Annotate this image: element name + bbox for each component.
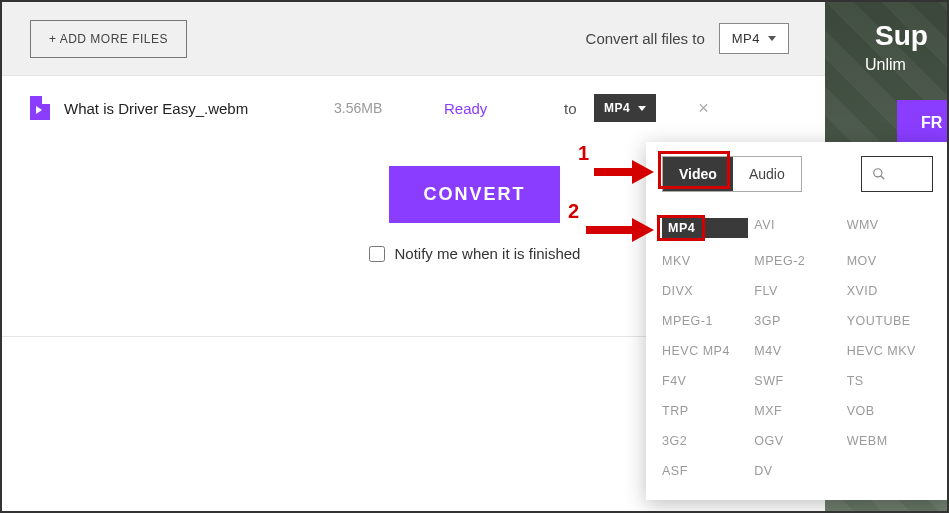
format-option[interactable]: MOV [847,254,933,268]
promo-title: Sup [825,20,947,52]
notify-label: Notify me when it is finished [395,245,581,262]
promo-button[interactable]: FR [897,100,947,146]
convert-button[interactable]: CONVERT [389,166,559,223]
annotation-arrow-1 [594,160,654,184]
format-option[interactable]: SWF [754,374,840,388]
format-option[interactable]: FLV [754,284,840,298]
format-type-tabs: Video Audio [662,156,802,192]
tab-video[interactable]: Video [663,157,733,191]
format-dropdown-panel: Video Audio MP4 AVI WMV MKV MPEG-2 MOV D… [646,142,949,500]
format-option[interactable]: TRP [662,404,748,418]
file-name: What is Driver Easy_.webm [64,100,334,117]
annotation-arrow-2 [586,218,656,242]
search-icon [872,167,886,181]
format-option[interactable]: OGV [754,434,840,448]
format-dropdown-header: Video Audio [662,156,933,192]
file-status: Ready [444,100,564,117]
svg-point-0 [874,169,882,177]
format-option[interactable]: DIVX [662,284,748,298]
format-option[interactable]: 3G2 [662,434,748,448]
svg-line-1 [881,176,885,180]
file-to-label: to [564,100,594,117]
top-toolbar: + ADD MORE FILES Convert all files to MP… [2,2,947,76]
promo-subtitle: Unlim [825,56,947,74]
format-option[interactable]: MPEG-2 [754,254,840,268]
format-search-input[interactable] [861,156,933,192]
convert-all-control: Convert all files to MP4 [586,23,789,54]
format-grid: MP4 AVI WMV MKV MPEG-2 MOV DIVX FLV XVID… [662,218,933,478]
remove-file-button[interactable]: × [698,98,709,119]
format-option[interactable]: MKV [662,254,748,268]
format-option[interactable]: M4V [754,344,840,358]
format-option[interactable]: HEVC MP4 [662,344,748,358]
format-option[interactable]: DV [754,464,840,478]
annotation-number-1: 1 [578,142,589,165]
format-option[interactable]: MXF [754,404,840,418]
format-option[interactable]: YOUTUBE [847,314,933,328]
format-option[interactable]: ASF [662,464,748,478]
chevron-down-icon [768,36,776,41]
format-option[interactable]: VOB [847,404,933,418]
convert-all-label: Convert all files to [586,30,705,47]
global-format-value: MP4 [732,31,760,46]
format-option[interactable]: F4V [662,374,748,388]
format-option-mp4[interactable]: MP4 [662,218,748,238]
file-row: What is Driver Easy_.webm 3.56MB Ready t… [2,76,947,140]
format-option[interactable]: WMV [847,218,933,238]
add-more-files-button[interactable]: + ADD MORE FILES [30,20,187,58]
tab-audio[interactable]: Audio [733,157,801,191]
notify-checkbox[interactable] [369,246,385,262]
file-format-select[interactable]: MP4 [594,94,656,122]
annotation-number-2: 2 [568,200,579,223]
chevron-down-icon [638,106,646,111]
format-option[interactable]: MPEG-1 [662,314,748,328]
format-option[interactable]: XVID [847,284,933,298]
format-option[interactable]: AVI [754,218,840,238]
format-option[interactable]: TS [847,374,933,388]
file-size: 3.56MB [334,100,444,116]
video-file-icon [30,96,50,120]
file-format-value: MP4 [604,101,630,115]
format-option[interactable]: WEBM [847,434,933,448]
format-option[interactable]: 3GP [754,314,840,328]
format-option[interactable]: HEVC MKV [847,344,933,358]
global-format-select[interactable]: MP4 [719,23,789,54]
